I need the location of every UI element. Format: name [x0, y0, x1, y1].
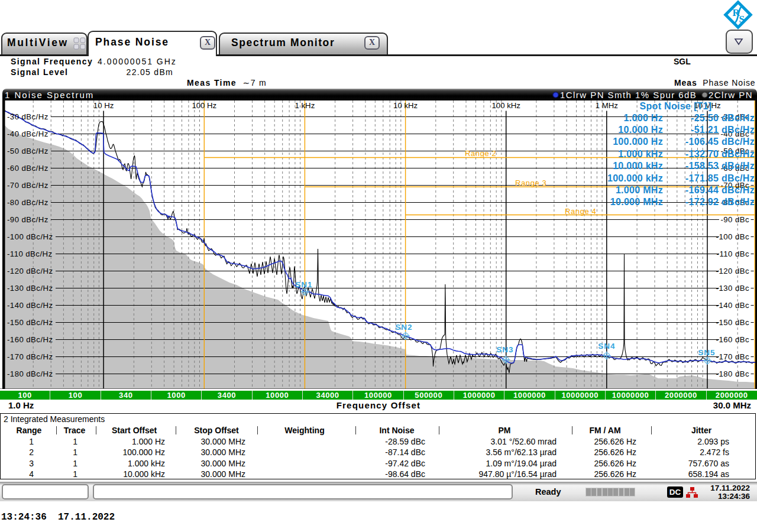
svg-text:SN1: SN1 [295, 280, 312, 289]
svg-text:-140 dBc: -140 dBc [716, 301, 749, 310]
svg-text:-170 dBc/Hz: -170 dBc/Hz [7, 352, 53, 361]
svg-text:Range 4: Range 4 [565, 207, 596, 216]
svg-text:-70 dBc/Hz: -70 dBc/Hz [7, 181, 48, 190]
svg-text:100 Hz: 100 Hz [192, 101, 216, 110]
svg-text:-40 dBc/Hz: -40 dBc/Hz [7, 129, 48, 138]
svg-text:100 kHz: 100 kHz [492, 101, 520, 110]
svg-text:-170 dBc: -170 dBc [716, 352, 749, 361]
svg-text:-120 dBc/Hz: -120 dBc/Hz [7, 267, 53, 275]
svg-text:-90 dBc/Hz: -90 dBc/Hz [7, 215, 48, 224]
svg-text:1 kHz: 1 kHz [295, 101, 315, 110]
svg-text:-100 dBc/Hz: -100 dBc/Hz [7, 232, 53, 241]
svg-text:-160 dBc/Hz: -160 dBc/Hz [7, 335, 53, 344]
svg-text:-160 dBc: -160 dBc [716, 335, 749, 344]
svg-text:S: S [739, 14, 745, 25]
svg-text:SN5: SN5 [698, 348, 715, 357]
svg-text:-60 dBc/Hz: -60 dBc/Hz [7, 164, 48, 173]
svg-text:SN2: SN2 [395, 323, 412, 332]
svg-text:10 Hz: 10 Hz [93, 101, 114, 110]
svg-text:-110 dBc/Hz: -110 dBc/Hz [7, 249, 53, 258]
svg-text:-90 dBc: -90 dBc [720, 215, 749, 224]
svg-text:-150 dBc: -150 dBc [716, 318, 749, 327]
svg-text:-120 dBc: -120 dBc [716, 267, 749, 275]
svg-text:-30 dBc/Hz: -30 dBc/Hz [7, 112, 48, 121]
svg-text:-100 dBc: -100 dBc [716, 232, 749, 241]
svg-text:10 kHz: 10 kHz [393, 101, 418, 110]
svg-text:-150 dBc/Hz: -150 dBc/Hz [7, 318, 53, 327]
svg-text:-50 dBc/Hz: -50 dBc/Hz [7, 147, 48, 155]
svg-text:-130 dBc/Hz: -130 dBc/Hz [7, 284, 53, 293]
svg-text:-140 dBc/Hz: -140 dBc/Hz [7, 301, 53, 310]
svg-text:Range 3: Range 3 [515, 179, 546, 187]
svg-text:-110 dBc: -110 dBc [717, 249, 749, 258]
svg-text:SN4: SN4 [598, 342, 615, 351]
svg-text:SN3: SN3 [496, 345, 513, 354]
svg-text:Range 2: Range 2 [465, 149, 496, 158]
svg-text:-180 dBc: -180 dBc [716, 369, 749, 378]
svg-text:-80 dBc/Hz: -80 dBc/Hz [7, 198, 48, 207]
svg-text:-130 dBc: -130 dBc [716, 284, 749, 293]
svg-text:-180 dBc/Hz: -180 dBc/Hz [7, 369, 53, 378]
